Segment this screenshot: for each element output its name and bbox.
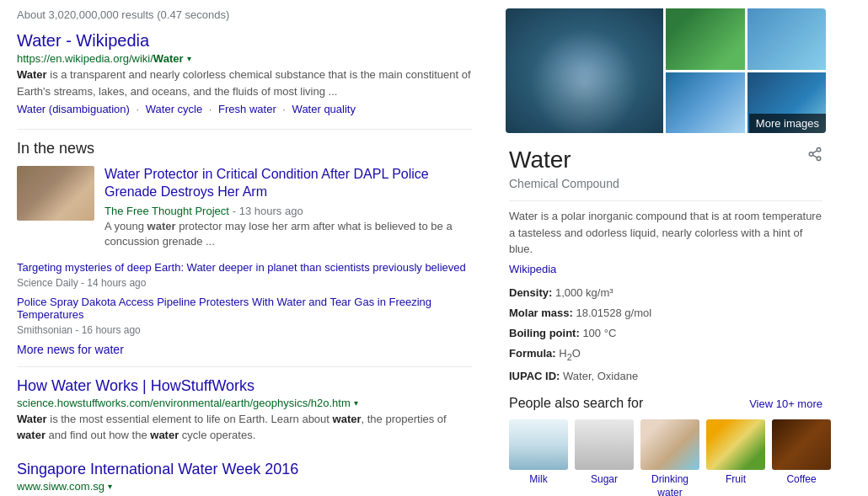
result-1-dropdown[interactable]: ▾ (354, 398, 358, 408)
more-images-overlay[interactable]: More images (749, 114, 826, 133)
main-result: Water - Wikipedia https://en.wikipedia.o… (17, 31, 472, 115)
news-snippet: A young water protector may lose her arm… (104, 219, 472, 249)
result-2-url-text: www.siww.com.sg (17, 480, 104, 493)
kp-source[interactable]: Wikipedia (509, 263, 822, 275)
kp-facts: Density: 1,000 kg/m³ Molar mass: 18.0152… (509, 285, 822, 385)
pas-img-coffee (772, 419, 831, 470)
pas-item-fruit: Fruit (706, 419, 765, 496)
related-link-cycle[interactable]: Water cycle (146, 103, 202, 115)
share-icon[interactable] (807, 147, 822, 166)
svg-point-1 (809, 152, 813, 157)
pas-label-milk[interactable]: Milk (509, 473, 568, 487)
pas-item-coffee: Coffee (772, 419, 831, 496)
result-count: About 3,020,000,000 results (0.47 second… (17, 8, 472, 21)
main-result-title[interactable]: Water - Wikipedia (17, 31, 472, 51)
kp-divider-1 (509, 200, 822, 201)
news-link-2-sub: Smithsonian - 16 hours ago (17, 324, 472, 336)
pas-img-drinking-water (640, 419, 699, 470)
pas-label-drinking-water[interactable]: Drinking water (640, 473, 699, 496)
left-column: About 3,020,000,000 results (0.47 second… (0, 8, 489, 496)
result-1-snippet: Water is the most essential element to l… (17, 411, 472, 444)
pas-title: People also search for (509, 396, 643, 411)
svg-point-0 (817, 148, 821, 152)
news-source-row: The Free Thought Project - 13 hours ago (104, 204, 472, 217)
svg-line-3 (812, 155, 817, 157)
divider-2 (17, 366, 472, 367)
news-section: In the news Water Protector in Critical … (17, 140, 472, 356)
pas-item-sugar: Sugar (575, 419, 634, 496)
image-cell-3 (747, 8, 827, 70)
pas-items: Milk Sugar Drinking water Fruit Coffee (509, 419, 822, 496)
pas-label-coffee[interactable]: Coffee (772, 473, 831, 487)
kp-header: Water (509, 147, 822, 173)
result-url: https://en.wikipedia.org/wiki/Water (17, 52, 184, 65)
kp-subtitle: Chemical Compound (509, 177, 822, 190)
pas-view-more[interactable]: View 10+ more (749, 397, 822, 410)
result-1-title[interactable]: How Water Works | HowStuffWorks (17, 377, 472, 395)
result-url-row: https://en.wikipedia.org/wiki/Water ▾ (17, 52, 472, 65)
svg-line-4 (812, 151, 817, 153)
featured-news-item: Water Protector in Critical Condition Af… (17, 166, 472, 249)
news-section-title: In the news (17, 140, 472, 157)
kp-description: Water is a polar inorganic compound that… (509, 208, 822, 258)
result-1-url-text: science.howstuffworks.com/environmental/… (17, 397, 351, 409)
result-url-bold: Water (153, 52, 184, 65)
search-result-2: Singapore International Water Week 2016 … (17, 461, 472, 496)
kp-fact-iupac: IUPAC ID: Water, Oxidane (509, 369, 822, 384)
kp-fact-density: Density: 1,000 kg/m³ (509, 285, 822, 301)
image-grid: More images (506, 8, 826, 133)
result-1-url: science.howstuffworks.com/environmental/… (17, 397, 472, 409)
pas-item-drinking-water: Drinking water (640, 419, 699, 496)
svg-point-2 (817, 157, 821, 161)
search-result-1: How Water Works | HowStuffWorks science.… (17, 377, 472, 444)
pas-label-fruit[interactable]: Fruit (706, 473, 765, 487)
news-link-2[interactable]: Police Spray Dakota Access Pipeline Prot… (17, 296, 472, 321)
pas-img-fruit (706, 419, 765, 470)
kp-fact-formula: Formula: H2O (509, 346, 822, 364)
result-2-dropdown[interactable]: ▾ (108, 482, 112, 491)
image-cell-main (506, 8, 663, 133)
kp-fact-molar: Molar mass: 18.01528 g/mol (509, 306, 822, 321)
news-source: The Free Thought Project (104, 205, 229, 217)
divider-1 (17, 129, 472, 130)
main-result-snippet: Water is a transparent and nearly colorl… (17, 67, 472, 99)
related-link-quality[interactable]: Water quality (292, 103, 356, 115)
related-link-fresh[interactable]: Fresh water (218, 103, 276, 115)
pas-img-sugar (575, 419, 634, 470)
knowledge-panel-content: Water Chemical Compound Water is a polar… (506, 147, 826, 496)
news-time: - 13 hours ago (233, 205, 303, 217)
related-link-disambiguation[interactable]: Water (disambiguation) (17, 103, 130, 115)
result-2-url: www.siww.com.sg ▾ (17, 480, 472, 493)
news-content: Water Protector in Critical Condition Af… (104, 166, 472, 249)
more-news-link[interactable]: More news for water (17, 343, 472, 356)
snippet-bold-water: Water (17, 68, 47, 81)
result-2-title[interactable]: Singapore International Water Week 2016 (17, 461, 472, 478)
image-cell-4 (666, 72, 745, 134)
pas-item-milk: Milk (509, 419, 568, 496)
news-title[interactable]: Water Protector in Critical Condition Af… (104, 166, 472, 201)
news-thumbnail (17, 166, 94, 221)
image-cell-2 (666, 8, 745, 70)
knowledge-panel: More images Water Chemical Compound Wate… (506, 8, 826, 496)
pas-header: People also search for View 10+ more (509, 396, 822, 411)
related-links: Water (disambiguation) · Water cycle · F… (17, 103, 472, 115)
news-link-1[interactable]: Targeting mysteries of deep Earth: Water… (17, 261, 472, 274)
kp-title: Water (509, 147, 571, 173)
pas-img-milk (509, 419, 568, 470)
url-dropdown-arrow[interactable]: ▾ (187, 54, 191, 63)
kp-fact-boiling: Boiling point: 100 °C (509, 326, 822, 341)
pas-label-sugar[interactable]: Sugar (575, 473, 634, 487)
news-link-1-sub: Science Daily - 14 hours ago (17, 277, 472, 289)
